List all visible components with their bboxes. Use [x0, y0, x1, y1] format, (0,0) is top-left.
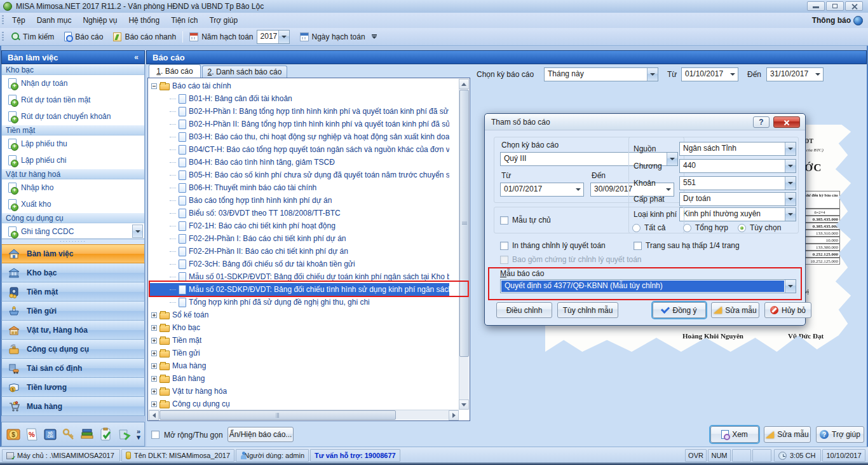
tree-folder-so-ke-toan[interactable]: Sổ kế toán — [149, 309, 449, 321]
scroll-left-icon[interactable] — [149, 410, 159, 420]
sidebar-item-ghi-tang-ccdc[interactable]: Ghi tăng CCDC — [2, 223, 144, 240]
sidebar-group-khobac[interactable]: Kho bạc — [2, 64, 144, 75]
to-date-select[interactable]: 31/10/2017 — [766, 67, 824, 81]
sidebar-nav-mua-hang[interactable]: Mua hàng — [1, 397, 145, 416]
sidebar-item-rut-du-toan-chuyen-khoan[interactable]: Rút dự toán chuyển khoản — [2, 108, 144, 125]
cash-icon[interactable]: $ — [5, 426, 22, 443]
vertical-scroll-thumb[interactable] — [459, 90, 469, 357]
close-button[interactable] — [845, 1, 863, 11]
dropdown-icon[interactable] — [785, 208, 796, 221]
help-button[interactable]: ? Trợ giúp — [816, 426, 864, 443]
menu-utilities[interactable]: Tiện ích — [165, 13, 203, 27]
checkbox-trang-sau-ha-thap[interactable]: Trang sau hạ thấp 1/4 trang — [634, 241, 740, 250]
dropdown-icon[interactable] — [785, 142, 796, 155]
period-dropdown-icon[interactable] — [647, 68, 658, 81]
sidebar-group-tienmat[interactable]: Tiền mặt — [2, 125, 144, 135]
scroll-up-icon[interactable] — [459, 79, 469, 89]
tree-item[interactable]: Mẫu số 01-SDKP/ĐVDT: Bảng đối chiếu dự t… — [149, 270, 449, 283]
field-chuong-select[interactable]: 440 — [679, 159, 796, 173]
tree-item[interactable]: B04-H: Báo cáo tình hình tăng, giảm TSCĐ — [149, 156, 449, 169]
expand-icon[interactable] — [151, 389, 157, 394]
toolbar-overflow-icon[interactable] — [372, 34, 377, 39]
cancel-button[interactable]: Hủy bỏ — [764, 302, 811, 318]
ccdc-dropdown-icon[interactable] — [132, 225, 143, 238]
sidebar-nav-tien-gui[interactable]: Tiền gửi — [1, 302, 145, 321]
expand-icon[interactable] — [151, 338, 157, 344]
self-template-checkbox-row[interactable]: Mẫu tự chủ — [500, 216, 551, 225]
from-date-dropdown-icon[interactable] — [727, 68, 738, 81]
expand-icon[interactable] — [151, 401, 157, 407]
tree-folder-tien-gui[interactable]: Tiền gửi — [149, 347, 449, 359]
period-select[interactable]: Tháng này — [544, 67, 658, 81]
tree-item[interactable]: B04/CT-H: Báo cáo tổng hợp quyết toán ng… — [149, 143, 449, 156]
sidebar-nav-tai-san-co-dinh[interactable]: Tài sản cố định — [1, 359, 145, 378]
sidebar-item-nhap-kho[interactable]: Nhập kho — [2, 179, 144, 196]
sidebar-collapse-icon[interactable]: « — [134, 53, 139, 62]
menu-help[interactable]: Trợ giúp — [203, 13, 243, 27]
tree-item[interactable]: F02-3cH: Bảng đối chiếu số dư tài khoản … — [149, 258, 449, 270]
tree-item[interactable]: F02-1H: Báo cáo chi tiết kinh phí hoạt đ… — [149, 219, 449, 232]
search-button[interactable]: Tìm kiếm — [6, 29, 59, 45]
radio-tat-ca[interactable]: Tất cả — [632, 223, 665, 232]
radio-tong-hop[interactable]: Tổng hợp — [683, 223, 728, 232]
expand-icon[interactable] — [151, 363, 157, 369]
sidebar-nav-tien-mat[interactable]: Tiền mặt — [1, 282, 145, 302]
collapse-icon[interactable] — [151, 83, 157, 89]
dropdown-icon[interactable] — [573, 183, 583, 196]
tree-folder-tien-mat[interactable]: Tiền mặt — [149, 334, 449, 347]
tree-folder-mua-hang[interactable]: Mua hàng — [149, 359, 449, 372]
percent-icon[interactable]: % — [24, 426, 40, 443]
adjust-button[interactable]: Điều chỉnh — [496, 302, 552, 318]
toggle-reports-button[interactable]: Ẩn/Hiện báo cáo... — [227, 427, 294, 442]
minimize-button[interactable] — [807, 1, 825, 11]
customize-template-button[interactable]: Tùy chỉnh mẫu — [557, 302, 618, 318]
template-select[interactable]: Quyết định số 4377/QĐ-KBNN (Mẫu tùy chỉn… — [500, 279, 796, 293]
sidebar-splitter[interactable]: ········· — [1, 239, 145, 244]
strip-overflow-icon[interactable]: »▾ — [137, 429, 140, 440]
tree-item[interactable]: F02-2H-Phần I: Báo cáo chi tiết kinh phí… — [149, 232, 449, 245]
tree-horizontal-scrollbar[interactable] — [149, 410, 459, 420]
view-button[interactable]: Xem — [710, 426, 759, 443]
from-date-select[interactable]: 01/10/2017 — [681, 67, 738, 81]
field-khoan-select[interactable]: 551 — [679, 176, 796, 190]
expand-icon[interactable] — [151, 312, 157, 318]
sidebar-nav-ban-lam-viec[interactable]: Bàn làm việc — [1, 244, 145, 263]
tree-item[interactable]: B05-H: Báo cáo số kinh phí chưa sử dụng … — [149, 169, 449, 181]
radio-icon[interactable] — [683, 224, 691, 232]
tree-folder-cong-cu-dung-cu[interactable]: Công cụ dụng cụ — [149, 398, 449, 410]
ok-button[interactable]: Đồng ý — [653, 302, 706, 318]
tree-item[interactable]: B01-H: Bảng cân đối tài khoản — [149, 92, 449, 105]
sidebar-nav-cong-cu-dung-cu[interactable]: Công cụ dụng cụ — [1, 340, 145, 359]
sidebar-nav-vat-tu-hang-hoa[interactable]: Vật tư, Hàng hóa — [1, 321, 145, 340]
tree-item[interactable]: Biểu số: 03/ĐVDT theo TT 108/2008/TT-BTC — [149, 207, 449, 219]
tree-item[interactable]: B06-H: Thuyết minh báo cáo tài chính — [149, 181, 449, 194]
posting-date-button[interactable]: Ngày hạch toán — [295, 29, 370, 45]
fiscal-year-dropdown-icon[interactable] — [278, 31, 289, 43]
restore-button[interactable] — [826, 1, 844, 11]
tree-item[interactable]: B02-H-Phần I: Bảng tổng hợp tình hình ki… — [149, 105, 449, 118]
report-button[interactable]: Báo cáo — [59, 29, 108, 45]
tree-folder-kho-bac[interactable]: Kho bạc — [149, 321, 449, 334]
tree-item[interactable]: B02-H-Phần II: Bảng tổng hợp tình hình k… — [149, 118, 449, 130]
menu-system[interactable]: Hệ thống — [123, 13, 165, 27]
menu-file[interactable]: Tệp — [6, 13, 31, 27]
notification-link[interactable]: Thông báo — [812, 13, 863, 28]
dialog-help-icon[interactable]: ? — [753, 116, 770, 128]
dropdown-icon[interactable] — [785, 193, 796, 205]
sidebar-item-rut-du-toan-tien-mat[interactable]: Rút dự toán tiền mặt — [2, 92, 144, 108]
tree-item[interactable]: Báo cáo tổng hợp tình hình kinh phí dự á… — [149, 194, 449, 207]
tree-folder-bao-cao-tai-chinh[interactable]: Báo cáo tài chính — [149, 80, 449, 92]
expand-icon[interactable] — [151, 325, 157, 331]
dialog-close-icon[interactable] — [773, 116, 800, 128]
menu-operations[interactable]: Nghiệp vụ — [77, 13, 123, 27]
field-loai-kinh-phi-select[interactable]: Kinh phí thường xuyên — [679, 207, 796, 221]
tab-danh-sach-bao-cao[interactable]: 2. Danh sách báo cáo — [202, 66, 287, 78]
tree-item[interactable]: F02-2H-Phần II: Báo cáo chi tiết kinh ph… — [149, 245, 449, 258]
radio-icon[interactable] — [632, 224, 641, 232]
radio-tuy-chon[interactable]: Tùy chọn — [738, 223, 781, 232]
edit-template-action-button[interactable]: Sửa mẫu — [764, 426, 811, 443]
checkbox-in-thang-chinh-ly[interactable]: In tháng chỉnh lý quyết toán — [500, 241, 606, 250]
field-nguon-select[interactable]: Ngân sách Tỉnh — [679, 142, 796, 156]
restore-data-icon[interactable] — [116, 426, 132, 443]
checklist-icon[interactable] — [97, 426, 114, 443]
